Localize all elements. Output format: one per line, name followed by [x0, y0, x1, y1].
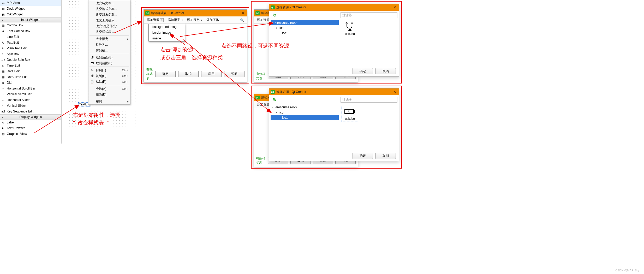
context-menu-item[interactable]: ✂剪切(T)Ctrl+: [88, 67, 130, 73]
ok-button[interactable]: 确定: [353, 153, 373, 159]
resource-preview[interactable]: usb.ico: [342, 21, 358, 37]
dropdown-item-bg[interactable]: background-image: [149, 24, 185, 30]
ok-button[interactable]: 确定: [353, 68, 373, 74]
context-menu-item[interactable]: 提升为...: [88, 42, 130, 47]
add-gradient-button[interactable]: 添加渐变▾: [168, 18, 183, 22]
widget-item[interactable]: abiKey Sequence Edit: [0, 109, 61, 114]
widget-item[interactable]: ↕Vertical Scroll Bar: [0, 91, 61, 97]
tree-leaf[interactable]: ico1: [271, 31, 339, 36]
tree-root[interactable]: ▾<resource root>: [271, 20, 339, 25]
menu-shortcut: Ctrl+: [119, 87, 128, 90]
widget-label: Graphics View: [7, 132, 27, 136]
context-menu-item[interactable]: 改变纯文本...: [88, 0, 130, 6]
resource-preview[interactable]: usb.ico: [342, 106, 358, 122]
dropdown-icon[interactable]: ▾: [160, 18, 164, 22]
dropdown-item-image[interactable]: image: [149, 35, 185, 41]
tree-folder[interactable]: ▾ico: [271, 110, 339, 115]
widget-label: Line Edit: [7, 35, 19, 39]
context-menu-item[interactable]: 改变工具提示...: [88, 17, 130, 23]
widget-label: Key Sequence Edit: [7, 110, 33, 113]
widget-icon: abi: [1, 109, 5, 114]
widget-item[interactable]: ▧Graphics View: [0, 131, 61, 137]
reload-icon[interactable]: ↻: [272, 97, 277, 103]
context-menu-item[interactable]: 改变格式文本...: [88, 6, 130, 12]
close-icon[interactable]: ✕: [392, 5, 397, 10]
widget-item[interactable]: ▦Date Edit: [0, 68, 61, 74]
context-menu-item[interactable]: 转到槽...: [88, 47, 130, 53]
widget-item[interactable]: AIText Edit: [0, 40, 61, 45]
context-menu[interactable]: 改变纯文本...改变格式文本...改变对象名称...改变工具提示...改变"这是…: [88, 0, 130, 105]
widget-icon: ◇: [1, 120, 5, 124]
menu-label: 布局: [96, 99, 102, 104]
filter-input[interactable]: 过滤器: [341, 12, 397, 18]
widget-item[interactable]: ◇Label: [0, 120, 61, 125]
close-icon[interactable]: ✕: [240, 11, 246, 15]
widget-icon: ▦: [1, 69, 5, 73]
widget-item[interactable]: ◩QAxWidget: [0, 11, 61, 17]
context-menu-item[interactable]: 全选(A)Ctrl+: [88, 86, 130, 92]
widget-item[interactable]: 1.2Double Spin Box: [0, 57, 61, 63]
widget-item[interactable]: ▥Combo Box: [0, 22, 61, 28]
context-menu-item[interactable]: 改变样式表...: [88, 29, 130, 35]
close-icon[interactable]: ✕: [392, 90, 397, 94]
dropdown-item-border[interactable]: border-image: [149, 30, 185, 35]
widget-item[interactable]: ▦Date/Time Edit: [0, 74, 61, 80]
widget-item[interactable]: ⊶Horizontal Slider: [0, 97, 61, 103]
context-menu-item[interactable]: 📋粘贴(P)Ctrl+: [88, 79, 130, 85]
widget-item[interactable]: 1:Spin Box: [0, 51, 61, 57]
widget-item[interactable]: ⊷Vertical Slider: [0, 103, 61, 109]
widget-item[interactable]: —Line Edit: [0, 34, 61, 40]
menu-icon: 🗗: [90, 55, 94, 59]
add-resource-button[interactable]: 添加资源 ▾: [147, 18, 164, 22]
color-picker-icon[interactable]: 🔍: [240, 18, 244, 22]
help-button[interactable]: 帮助: [224, 71, 245, 77]
preview-label: usb.ico: [345, 32, 355, 36]
context-menu-item[interactable]: 🗐复制(C)Ctrl+: [88, 73, 130, 79]
add-resource-dropdown[interactable]: background-image border-image image: [148, 24, 185, 41]
apply-button[interactable]: 应用: [201, 71, 222, 77]
widget-item[interactable]: ↔Horizontal Scroll Bar: [0, 86, 61, 91]
ok-button[interactable]: 确定: [155, 71, 176, 77]
resource-tree[interactable]: ▾<resource root> ▾ico ico1: [269, 105, 339, 120]
cancel-button[interactable]: 取消: [178, 71, 199, 77]
cancel-button[interactable]: 取消: [375, 153, 396, 159]
under-add-res[interactable]: 添加资源: [257, 18, 270, 22]
menu-icon: ✂: [90, 68, 94, 72]
dialog-titlebar[interactable]: QC 编辑样式表 - Qt Creator ✕: [144, 10, 247, 16]
widget-label: Time Edit: [7, 64, 20, 67]
resource-tree[interactable]: ▾<resource root> ▾ico ico1: [269, 20, 339, 36]
widget-category-input[interactable]: Input Widgets: [0, 17, 61, 22]
tree-leaf[interactable]: ico1: [271, 115, 339, 120]
tree-folder[interactable]: ▾ico: [271, 25, 339, 31]
widget-label: Plain Text Edit: [7, 46, 27, 50]
menu-label: 改变样式表...: [96, 30, 114, 34]
widget-icon: A: [1, 29, 5, 33]
add-font-button[interactable]: 添加字体: [206, 18, 219, 22]
menu-label: 改变"这是什么"...: [96, 24, 120, 28]
menu-label: 删除(D): [96, 92, 106, 97]
reload-icon[interactable]: ↻: [272, 12, 277, 18]
widget-item[interactable]: ◷Time Edit: [0, 63, 61, 68]
widget-item[interactable]: ▭MDI Area: [0, 0, 61, 6]
context-menu-item[interactable]: 改变对象名称...: [88, 12, 130, 17]
filter-input[interactable]: 过滤器: [341, 97, 397, 103]
widget-item[interactable]: AFont Combo Box: [0, 28, 61, 34]
widget-label: Vertical Slider: [7, 104, 26, 108]
widget-category-display[interactable]: Display Widgets: [0, 114, 61, 120]
context-menu-item[interactable]: 大小限定: [88, 36, 130, 42]
widget-item[interactable]: ◉Dial: [0, 80, 61, 86]
widget-item[interactable]: AIText Browser: [0, 125, 61, 131]
context-menu-item[interactable]: 布局: [88, 99, 130, 104]
cancel-button[interactable]: 取消: [375, 68, 396, 74]
menu-label: 转到槽...: [96, 48, 108, 53]
context-menu-item[interactable]: 删除(D): [88, 92, 130, 97]
under-add-res2[interactable]: 添加资源: [257, 102, 270, 107]
widget-item[interactable]: ▤Dock Widget: [0, 6, 61, 11]
context-menu-item[interactable]: 改变"这是什么"...: [88, 23, 130, 29]
context-menu-item[interactable]: 🗖放到前面(F): [88, 60, 130, 66]
widget-item[interactable]: AIPlain Text Edit: [0, 45, 61, 51]
tree-root[interactable]: ▾<resource root>: [271, 105, 339, 110]
context-menu-item[interactable]: 🗗放到后面(B): [88, 55, 130, 60]
dialog-title: 选择资源 - Qt Creator: [276, 5, 391, 10]
add-color-button[interactable]: 添加颜色▾: [187, 18, 202, 22]
